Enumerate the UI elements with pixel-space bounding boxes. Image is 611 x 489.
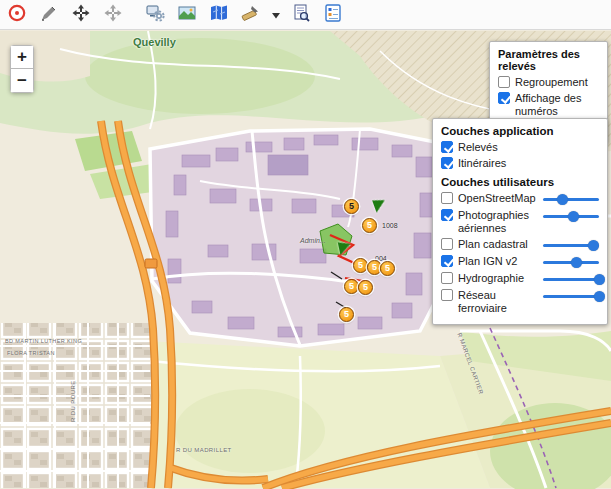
layer-row-hydrographie: Hydrographie [441, 272, 599, 286]
slider-knob[interactable] [594, 291, 605, 302]
survey-marker[interactable]: 5 [344, 279, 359, 294]
draw-tool-button[interactable] [36, 2, 62, 28]
photographies-label: Photographies aériennes [458, 209, 538, 235]
cadastral-opacity-slider[interactable] [543, 239, 599, 252]
ferroviaire-opacity-slider[interactable] [543, 290, 599, 303]
ferroviaire-toggle[interactable]: Réseau ferroviaire [441, 289, 538, 315]
layer-row-itineraires[interactable]: Itinéraires [441, 157, 599, 170]
releves-label: Relevés [458, 141, 599, 154]
ign-label: Plan IGN v2 [458, 255, 538, 268]
survey-marker[interactable]: 5 [362, 218, 377, 233]
survey-marker[interactable]: 5 [358, 280, 373, 295]
regroupement-option[interactable]: Regroupement [498, 76, 599, 89]
releves-panel-title: Paramètres des relevés [498, 48, 599, 72]
checklist-icon [323, 3, 343, 26]
cadastral-toggle[interactable]: Plan cadastral [441, 238, 538, 251]
itineraires-checkbox[interactable] [441, 157, 453, 169]
move-arrows-icon [71, 3, 91, 26]
affichage-numeros-label: Affichage des numéros [515, 92, 599, 118]
gis-application: Quevilly BD MARTIN LUTHER KING FLORA TRI… [0, 0, 611, 489]
folded-map-icon [209, 3, 229, 26]
ign-toggle[interactable]: Plan IGN v2 [441, 255, 538, 268]
slider-knob[interactable] [588, 240, 599, 251]
dropdown-caret-icon [272, 7, 280, 22]
openstreetmap-toggle[interactable]: OpenStreetMap [441, 192, 538, 205]
photographies-checkbox[interactable] [441, 209, 453, 221]
survey-marker[interactable]: 5 [380, 261, 395, 276]
photo-icon [177, 3, 197, 26]
ferroviaire-checkbox[interactable] [441, 289, 453, 301]
survey-marker[interactable]: 5 [339, 307, 354, 322]
regroupement-label: Regroupement [515, 76, 599, 89]
openstreetmap-label: OpenStreetMap [458, 192, 538, 205]
layer-row-photographies: Photographies aériennes [441, 209, 599, 235]
openstreetmap-checkbox[interactable] [441, 192, 453, 204]
slider-knob[interactable] [568, 211, 579, 222]
zoom-out-button[interactable]: − [10, 69, 34, 93]
itineraires-label: Itinéraires [458, 157, 599, 170]
layer-row-ferroviaire: Réseau ferroviaire [441, 289, 599, 315]
photographies-opacity-slider[interactable] [543, 210, 599, 223]
record-button[interactable] [4, 2, 30, 28]
imagery-button[interactable] [174, 2, 200, 28]
affichage-numeros-checkbox[interactable] [498, 92, 510, 104]
map-canvas[interactable]: Quevilly BD MARTIN LUTHER KING FLORA TRI… [0, 30, 611, 489]
layer-row-ign: Plan IGN v2 [441, 255, 599, 269]
app-layers-title: Couches application [441, 125, 599, 137]
direction-arrow-marker[interactable] [338, 240, 352, 255]
measure-tools-button[interactable] [238, 2, 264, 28]
settings-screen-icon [145, 3, 165, 26]
photographies-toggle[interactable]: Photographies aériennes [441, 209, 538, 235]
survey-marker[interactable]: 5 [353, 258, 368, 273]
zoom-in-button[interactable]: + [10, 45, 34, 69]
tools-dropdown-button[interactable] [270, 2, 282, 28]
ign-opacity-slider[interactable] [543, 256, 599, 269]
hydrographie-opacity-slider[interactable] [543, 273, 599, 286]
openstreetmap-opacity-slider[interactable] [543, 193, 599, 206]
document-magnifier-icon [291, 3, 311, 26]
slider-knob[interactable] [594, 274, 605, 285]
layer-row-releves[interactable]: Relevés [441, 141, 599, 154]
cadastral-checkbox[interactable] [441, 238, 453, 250]
hydrographie-toggle[interactable]: Hydrographie [441, 272, 538, 285]
slider-knob[interactable] [557, 194, 568, 205]
regroupement-checkbox[interactable] [498, 76, 510, 88]
hydrographie-label: Hydrographie [458, 272, 538, 285]
pan-arrows-icon [103, 3, 123, 26]
survey-marker[interactable]: 5 [344, 199, 359, 214]
layers-panel: Couches application Relevés Itinéraires … [432, 118, 608, 325]
measure-tools-icon [241, 3, 261, 26]
move-button[interactable] [68, 2, 94, 28]
hydrographie-checkbox[interactable] [441, 272, 453, 284]
zoom-control: + − [10, 45, 34, 93]
report-search-button[interactable] [288, 2, 314, 28]
form-list-button[interactable] [320, 2, 346, 28]
processing-button[interactable] [142, 2, 168, 28]
layer-row-openstreetmap: OpenStreetMap [441, 192, 599, 206]
affichage-numeros-option[interactable]: Affichage des numéros [498, 92, 599, 118]
ferroviaire-label: Réseau ferroviaire [458, 289, 538, 315]
user-layers-title: Couches utilisateurs [441, 176, 599, 188]
pencil-icon [39, 3, 59, 26]
record-icon [7, 3, 27, 26]
main-toolbar [0, 0, 611, 30]
releves-checkbox[interactable] [441, 141, 453, 153]
layer-row-cadastral: Plan cadastral [441, 238, 599, 252]
slider-knob[interactable] [571, 257, 582, 268]
cadastral-label: Plan cadastral [458, 238, 538, 251]
map-layers-button[interactable] [206, 2, 232, 28]
pan-button[interactable] [100, 2, 126, 28]
ign-checkbox[interactable] [441, 255, 453, 267]
